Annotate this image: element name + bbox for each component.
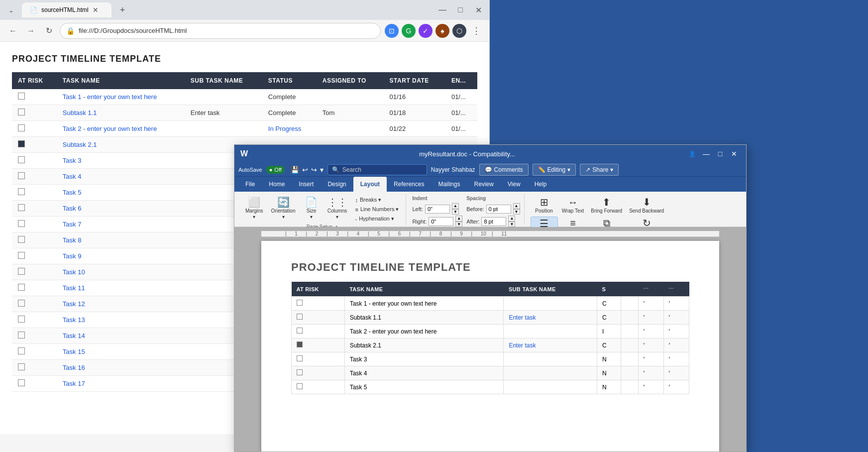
- browser-tab-active[interactable]: 📄 sourceHTML.html ✕: [22, 2, 111, 17]
- window-minimize-button[interactable]: —: [435, 3, 449, 17]
- task-link[interactable]: Task 8: [63, 236, 82, 244]
- checkbox[interactable]: [18, 140, 25, 147]
- columns-button[interactable]: ⋮⋮ Columns▾: [325, 196, 350, 222]
- tab-home[interactable]: Home: [262, 177, 292, 192]
- tab-help[interactable]: Help: [528, 177, 554, 192]
- indent-right-up[interactable]: ▲: [455, 216, 462, 222]
- window-close-button[interactable]: ✕: [471, 3, 485, 17]
- indent-left-up[interactable]: ▲: [452, 203, 459, 209]
- share-button[interactable]: ↗ Share ▾: [580, 164, 619, 176]
- checkbox[interactable]: [18, 93, 25, 100]
- orientation-button[interactable]: 🔄 Orientation▾: [268, 196, 299, 222]
- indent-left-down[interactable]: ▼: [452, 209, 459, 215]
- task-link[interactable]: Task 6: [63, 205, 82, 212]
- checkbox[interactable]: [18, 156, 25, 163]
- search-box[interactable]: 🔍 Search: [327, 164, 427, 175]
- extension-icon-5[interactable]: ⬡: [452, 24, 466, 38]
- task-link[interactable]: Task 14: [63, 332, 85, 339]
- wrap-text-button[interactable]: ↔ Wrap Text: [559, 196, 587, 216]
- line-numbers-button[interactable]: ≡ Line Numbers ▾: [352, 205, 402, 214]
- task-link[interactable]: Task 4: [63, 173, 82, 180]
- checkbox[interactable]: [18, 347, 25, 354]
- extension-icon-3[interactable]: ✓: [419, 24, 433, 38]
- back-button[interactable]: ←: [6, 24, 20, 38]
- word-restore-button[interactable]: □: [714, 148, 726, 160]
- spacing-after-up[interactable]: ▲: [508, 216, 515, 222]
- task-link[interactable]: Task 7: [63, 221, 82, 228]
- checkbox[interactable]: [18, 109, 25, 115]
- task-link[interactable]: Task 2 - enter your own text here: [63, 125, 157, 132]
- spacing-after-input[interactable]: [481, 217, 506, 226]
- checkbox[interactable]: [18, 284, 25, 291]
- checkbox[interactable]: [18, 204, 25, 211]
- indent-right-spinner[interactable]: ▲▼: [455, 216, 462, 227]
- tab-review[interactable]: Review: [467, 177, 500, 192]
- spacing-before-input[interactable]: [486, 205, 511, 214]
- tab-list-button[interactable]: ⌄: [4, 3, 18, 17]
- customize-icon[interactable]: ▾: [320, 166, 324, 174]
- task-link[interactable]: Task 16: [63, 364, 85, 371]
- tab-insert[interactable]: Insert: [292, 177, 321, 192]
- extension-icon-4[interactable]: ♠: [435, 24, 449, 38]
- save-icon[interactable]: 💾: [291, 166, 299, 174]
- doc-checkbox[interactable]: [297, 383, 303, 389]
- task-link[interactable]: Task 15: [63, 348, 85, 355]
- extension-icon-2[interactable]: G: [402, 24, 416, 38]
- checkbox[interactable]: [18, 236, 25, 243]
- checkbox[interactable]: [18, 252, 25, 259]
- checkbox[interactable]: [18, 188, 25, 195]
- checkbox[interactable]: [18, 332, 25, 339]
- breaks-button[interactable]: ↕ Breaks ▾: [352, 196, 402, 204]
- send-backward-button[interactable]: ⬇ Send Backward: [626, 196, 667, 216]
- checkbox[interactable]: [18, 268, 25, 275]
- new-tab-button[interactable]: +: [115, 3, 129, 17]
- task-link[interactable]: Task 17: [63, 380, 85, 387]
- tab-file[interactable]: File: [238, 177, 262, 192]
- task-link[interactable]: Task 9: [63, 252, 82, 260]
- word-close-button[interactable]: ✕: [728, 148, 740, 160]
- task-link[interactable]: Task 11: [63, 284, 85, 292]
- more-options-button[interactable]: ⋮: [469, 24, 483, 38]
- doc-checkbox[interactable]: [297, 369, 303, 375]
- task-link[interactable]: Task 12: [63, 300, 85, 308]
- doc-checkbox[interactable]: [297, 355, 303, 361]
- hyphenation-button[interactable]: - Hyphenation ▾: [352, 215, 402, 223]
- task-link[interactable]: Subtask 1.1: [63, 109, 97, 116]
- word-minimize-button[interactable]: —: [700, 148, 712, 160]
- indent-right-input[interactable]: [429, 217, 453, 226]
- editing-button[interactable]: ✏️ Editing ▾: [533, 164, 576, 176]
- task-link[interactable]: Task 5: [63, 189, 82, 196]
- task-link[interactable]: Task 3: [63, 157, 82, 164]
- checkbox[interactable]: [18, 300, 25, 307]
- indent-left-input[interactable]: [425, 205, 450, 214]
- margins-button[interactable]: ⬜ Margins▾: [242, 196, 266, 222]
- address-bar[interactable]: 🔒 file:///D:/Groupdocs/sourceHTML.html: [60, 23, 381, 39]
- spacing-after-down[interactable]: ▼: [508, 222, 515, 227]
- tab-close-button[interactable]: ✕: [93, 6, 99, 14]
- spacing-before-down[interactable]: ▼: [513, 209, 520, 215]
- word-profile-button[interactable]: 👤: [686, 148, 698, 160]
- tab-references[interactable]: References: [387, 177, 431, 192]
- spacing-before-up[interactable]: ▲: [513, 203, 520, 209]
- doc-checkbox[interactable]: [297, 314, 303, 320]
- size-button[interactable]: 📄 Size▾: [301, 196, 323, 222]
- checkbox[interactable]: [18, 220, 25, 227]
- forward-button[interactable]: →: [24, 24, 38, 38]
- extension-icon-1[interactable]: ⊡: [385, 24, 399, 38]
- tab-mailings[interactable]: Mailings: [431, 177, 467, 192]
- doc-checkbox[interactable]: [297, 300, 303, 306]
- checkbox[interactable]: [18, 124, 25, 131]
- spacing-after-spinner[interactable]: ▲▼: [508, 216, 515, 227]
- redo-icon[interactable]: ↪: [311, 166, 317, 174]
- position-button[interactable]: ⊞ Position: [531, 196, 558, 216]
- checkbox[interactable]: [18, 172, 25, 179]
- undo-icon[interactable]: ↩: [302, 166, 308, 174]
- spacing-before-spinner[interactable]: ▲▼: [513, 203, 520, 215]
- tab-layout[interactable]: Layout: [353, 177, 387, 192]
- task-link[interactable]: Task 10: [63, 268, 85, 276]
- tab-design[interactable]: Design: [321, 177, 353, 192]
- doc-checkbox[interactable]: [297, 341, 303, 347]
- checkbox[interactable]: [18, 316, 25, 323]
- checkbox[interactable]: [18, 363, 25, 370]
- task-link[interactable]: Subtask 2.1: [63, 141, 97, 148]
